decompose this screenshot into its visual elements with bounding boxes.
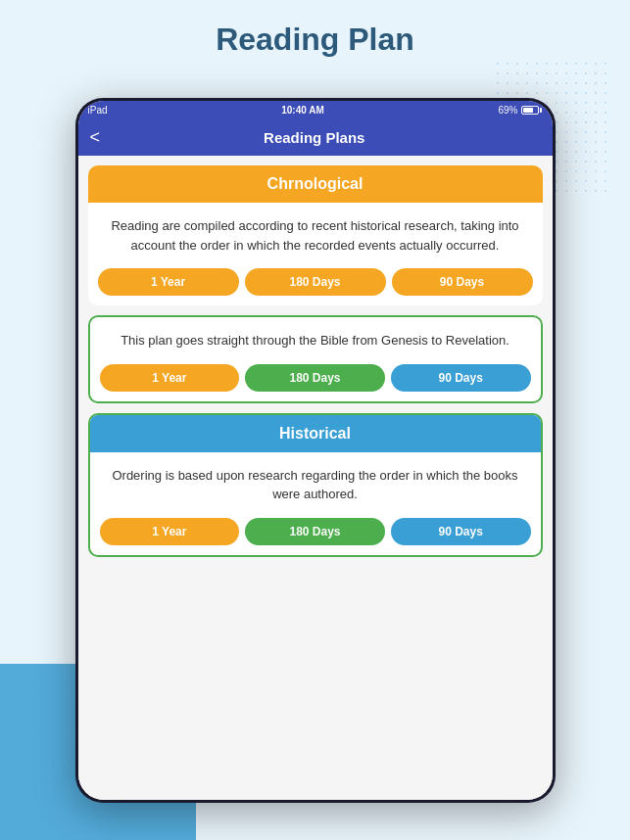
card-historical-body: Ordering is based upon research regardin… [90, 452, 541, 518]
card-historical-header: Historical [90, 415, 541, 452]
battery-body [521, 106, 539, 115]
page-title: Reading Plan [0, 0, 630, 71]
battery-area: 69% [498, 105, 542, 116]
card-genesis: This plan goes straight through the Bibl… [88, 315, 543, 403]
genesis-1year-button[interactable]: 1 Year [100, 364, 240, 392]
content-area[interactable]: Chrnological Reading are compiled accord… [78, 156, 553, 800]
battery-tip [540, 108, 542, 113]
chrono-1year-button[interactable]: 1 Year [98, 268, 239, 296]
device-label: iPad [88, 105, 108, 116]
card-genesis-body: This plan goes straight through the Bibl… [90, 317, 541, 364]
back-button[interactable]: < [90, 127, 101, 148]
chrono-180days-button[interactable]: 180 Days [245, 268, 386, 296]
genesis-90days-button[interactable]: 90 Days [391, 364, 531, 392]
card-chronological-header: Chrnological [88, 165, 543, 203]
card-historical-buttons: 1 Year 180 Days 90 Days [90, 518, 541, 555]
ipad-frame: iPad 10:40 AM 69% < Reading Plans Chrnol… [75, 98, 556, 803]
battery-percent: 69% [498, 105, 517, 116]
genesis-180days-button[interactable]: 180 Days [245, 364, 385, 392]
nav-bar: < Reading Plans [78, 119, 553, 156]
historical-180days-button[interactable]: 180 Days [245, 518, 385, 545]
time-label: 10:40 AM [281, 105, 324, 116]
card-historical: Historical Ordering is based upon resear… [88, 413, 543, 557]
battery-fill [523, 108, 532, 113]
historical-1year-button[interactable]: 1 Year [100, 518, 240, 545]
historical-90days-button[interactable]: 90 Days [391, 518, 531, 545]
card-chronological: Chrnological Reading are compiled accord… [88, 165, 543, 305]
ipad-screen: iPad 10:40 AM 69% < Reading Plans Chrnol… [78, 101, 553, 800]
battery-icon [521, 106, 542, 115]
card-chronological-body: Reading are compiled according to recent… [88, 203, 543, 268]
card-chronological-buttons: 1 Year 180 Days 90 Days [88, 268, 543, 305]
status-bar: iPad 10:40 AM 69% [78, 101, 553, 119]
card-genesis-buttons: 1 Year 180 Days 90 Days [90, 364, 541, 401]
nav-title: Reading Plans [108, 129, 520, 146]
chrono-90days-button[interactable]: 90 Days [392, 268, 533, 296]
